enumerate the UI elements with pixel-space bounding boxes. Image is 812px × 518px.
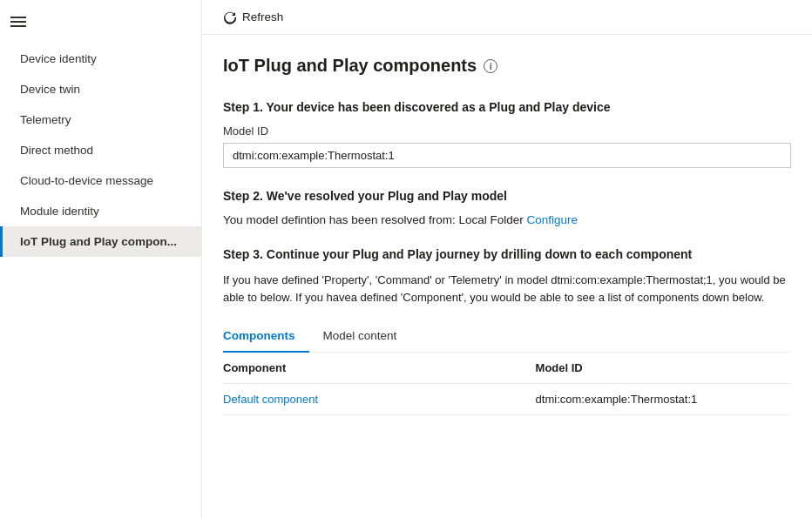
component-cell: Default component <box>223 384 536 415</box>
sidebar-item-cloud-to-device-message[interactable]: Cloud-to-device message <box>0 165 201 196</box>
table-body: Default componentdtmi:com:example:Thermo… <box>223 384 791 415</box>
sidebar: Device identityDevice twinTelemetryDirec… <box>0 0 202 518</box>
components-table: Component Model ID Default componentdtmi… <box>223 353 791 415</box>
sidebar-item-iot-plug-and-play-compon---[interactable]: IoT Plug and Play compon... <box>0 226 201 257</box>
step2-title: Step 2. We've resolved your Plug and Pla… <box>223 189 791 203</box>
toolbar: Refresh <box>202 0 812 35</box>
content-area: IoT Plug and Play components i Step 1. Y… <box>202 35 812 518</box>
sidebar-item-telemetry[interactable]: Telemetry <box>0 104 201 135</box>
model-id-value: dtmi:com:example:Thermostat:1 <box>223 143 791 168</box>
table-header-modelid: Model ID <box>536 353 791 384</box>
page-title: IoT Plug and Play components i <box>223 56 791 76</box>
sidebar-item-direct-method[interactable]: Direct method <box>0 135 201 165</box>
tab-components[interactable]: Components <box>223 322 309 353</box>
step2-section: Step 2. We've resolved your Plug and Pla… <box>223 189 791 226</box>
table-row: Default componentdtmi:com:example:Thermo… <box>223 384 791 415</box>
configure-link[interactable]: Configure <box>526 213 578 226</box>
sidebar-item-module-identity[interactable]: Module identity <box>0 196 201 226</box>
step2-description: You model defintion has been resolved fr… <box>223 213 791 226</box>
component-link[interactable]: Default component <box>223 393 318 406</box>
step1-section: Step 1. Your device has been discovered … <box>223 100 791 168</box>
table-header-component: Component <box>223 353 536 384</box>
hamburger-button[interactable] <box>0 7 201 44</box>
main-panel: Refresh IoT Plug and Play components i S… <box>202 0 812 518</box>
step3-title: Step 3. Continue your Plug and Play jour… <box>223 247 791 261</box>
step3-description: If you have defined 'Property', 'Command… <box>223 272 791 306</box>
sidebar-item-device-identity[interactable]: Device identity <box>0 44 201 74</box>
info-icon[interactable]: i <box>484 59 497 73</box>
model-id-cell: dtmi:com:example:Thermostat:1 <box>536 384 791 415</box>
menu-icon <box>10 17 191 27</box>
refresh-button[interactable]: Refresh <box>216 7 290 28</box>
step3-section: Step 3. Continue your Plug and Play jour… <box>223 247 791 415</box>
sidebar-item-device-twin[interactable]: Device twin <box>0 74 201 104</box>
nav-list: Device identityDevice twinTelemetryDirec… <box>0 44 201 257</box>
tab-model-content[interactable]: Model content <box>323 322 411 353</box>
step1-title: Step 1. Your device has been discovered … <box>223 100 791 114</box>
refresh-icon <box>223 10 237 24</box>
tabs-container: ComponentsModel content <box>223 321 791 353</box>
model-id-label: Model ID <box>223 124 791 138</box>
refresh-label: Refresh <box>242 10 283 24</box>
